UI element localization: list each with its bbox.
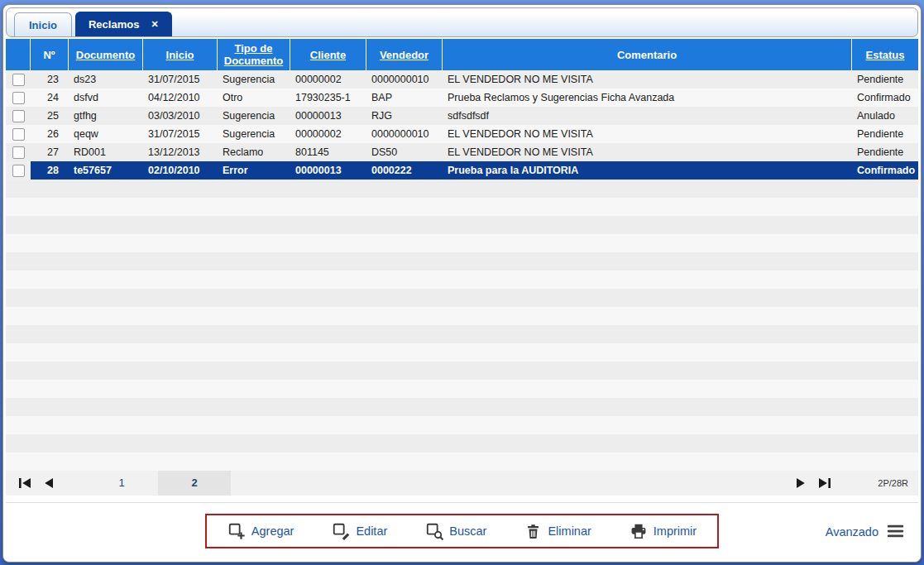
empty-row bbox=[6, 252, 918, 271]
search-button-label: Buscar bbox=[449, 524, 486, 538]
table-header: Nº Documento Inicio Tipo de Documento Cl… bbox=[6, 39, 918, 70]
cell-documento: ds23 bbox=[69, 70, 143, 89]
advanced-button[interactable]: Avanzado bbox=[826, 522, 905, 541]
column-header-checkbox bbox=[6, 39, 31, 70]
empty-row bbox=[6, 362, 918, 380]
advanced-button-label: Avanzado bbox=[826, 524, 879, 538]
cell-vendedor: 0000000010 bbox=[366, 70, 443, 89]
table-row[interactable]: 28te5765702/10/2010Error000000130000222P… bbox=[6, 161, 918, 180]
search-icon bbox=[425, 522, 443, 540]
empty-row bbox=[6, 307, 918, 325]
cell-inicio: 03/03/2010 bbox=[143, 107, 218, 125]
cell-inicio: 31/07/2015 bbox=[143, 70, 218, 89]
cell-cliente: 00000013 bbox=[290, 161, 366, 180]
row-checkbox[interactable] bbox=[12, 92, 25, 104]
table-row[interactable]: 24dsfvd04/12/2010Otro17930235-1BAPPrueba… bbox=[6, 89, 918, 107]
cell-documento: te57657 bbox=[69, 161, 143, 180]
edit-button-label: Editar bbox=[356, 524, 387, 538]
empty-row bbox=[6, 271, 918, 289]
row-checkbox[interactable] bbox=[12, 146, 25, 159]
next-page-icon bbox=[793, 476, 808, 491]
page-list: 1 2 bbox=[85, 471, 231, 496]
cell-vendedor: RJG bbox=[366, 107, 443, 125]
first-page-icon bbox=[17, 476, 32, 491]
printer-icon bbox=[630, 522, 648, 540]
cell-estatus: Confirmado bbox=[852, 161, 918, 180]
cell-comentario: Prueba para la AUDITORIA bbox=[443, 161, 852, 180]
cell-estatus: Confirmado bbox=[852, 89, 918, 107]
empty-row bbox=[6, 380, 918, 398]
cell-tipo-documento: Sugerencia bbox=[218, 125, 290, 143]
cell-documento: RD001 bbox=[69, 143, 143, 161]
column-header-tipo-documento[interactable]: Tipo de Documento bbox=[218, 39, 290, 70]
column-header-documento[interactable]: Documento bbox=[69, 39, 143, 70]
record-counter: 2P/28R bbox=[878, 478, 908, 488]
cell-vendedor: 0000222 bbox=[366, 161, 443, 180]
page-background: Inicio Reclamos ✕ Nº Documento Inicio Ti… bbox=[0, 0, 924, 565]
cell-cliente: 801145 bbox=[290, 143, 366, 161]
prev-page-icon bbox=[41, 476, 56, 491]
add-button[interactable]: Agregar bbox=[227, 522, 294, 540]
cell-documento: gtfhg bbox=[69, 107, 143, 125]
row-checkbox[interactable] bbox=[12, 165, 25, 177]
cell-cliente: 00000013 bbox=[290, 107, 366, 125]
row-checkbox-cell bbox=[6, 107, 31, 125]
cell-tipo-documento: Reclamo bbox=[218, 143, 290, 161]
column-header-estatus[interactable]: Estatus bbox=[852, 39, 918, 70]
empty-row bbox=[6, 416, 918, 434]
column-header-inicio[interactable]: Inicio bbox=[143, 39, 218, 70]
row-checkbox[interactable] bbox=[12, 74, 25, 86]
cell-comentario: Prueba Reclamos y Sugerencias Ficha Avan… bbox=[443, 89, 852, 107]
row-checkbox-cell bbox=[6, 161, 31, 180]
footer-toolbar: Agregar Editar Buscar bbox=[6, 502, 918, 559]
cell-numero: 26 bbox=[31, 125, 69, 143]
delete-button[interactable]: Eliminar bbox=[524, 523, 591, 540]
empty-row bbox=[6, 434, 918, 452]
empty-row bbox=[6, 180, 918, 198]
cell-inicio: 13/12/2013 bbox=[143, 143, 218, 161]
tab-inicio-label: Inicio bbox=[29, 19, 57, 31]
empty-row bbox=[6, 289, 918, 307]
cell-vendedor: DS50 bbox=[366, 143, 443, 161]
last-page-button[interactable] bbox=[816, 474, 834, 492]
search-button[interactable]: Buscar bbox=[425, 522, 486, 540]
next-page-button[interactable] bbox=[792, 474, 810, 492]
page-2-button[interactable]: 2 bbox=[158, 471, 231, 496]
empty-row bbox=[6, 398, 918, 416]
print-button-label: Imprimir bbox=[654, 524, 697, 538]
cell-inicio: 04/12/2010 bbox=[143, 89, 218, 107]
first-page-button[interactable] bbox=[16, 474, 34, 492]
empty-row bbox=[6, 325, 918, 343]
edit-button[interactable]: Editar bbox=[332, 522, 387, 540]
cell-inicio: 02/10/2010 bbox=[143, 161, 218, 180]
tab-reclamos-label: Reclamos bbox=[89, 18, 139, 31]
table-row[interactable]: 27RD00113/12/2013Reclamo801145DS50EL VEN… bbox=[6, 143, 918, 161]
cell-tipo-documento: Error bbox=[218, 161, 290, 180]
tab-inicio[interactable]: Inicio bbox=[14, 12, 72, 36]
prev-page-button[interactable] bbox=[40, 474, 58, 492]
trash-icon bbox=[524, 523, 542, 540]
app-window: Inicio Reclamos ✕ Nº Documento Inicio Ti… bbox=[2, 4, 922, 563]
cell-documento: dsfvd bbox=[69, 89, 143, 107]
row-checkbox[interactable] bbox=[12, 128, 25, 141]
cell-numero: 23 bbox=[31, 70, 69, 89]
add-icon bbox=[227, 522, 246, 540]
print-button[interactable]: Imprimir bbox=[630, 522, 697, 540]
close-tab-icon[interactable]: ✕ bbox=[151, 19, 158, 30]
row-checkbox[interactable] bbox=[12, 110, 25, 122]
last-page-icon bbox=[817, 476, 832, 491]
pagination-bar: 1 2 2P/28R bbox=[6, 471, 918, 496]
delete-button-label: Eliminar bbox=[548, 524, 591, 538]
table-row[interactable]: 23ds2331/07/2015Sugerencia00000002000000… bbox=[6, 70, 918, 89]
cell-vendedor: BAP bbox=[366, 89, 443, 107]
page-1-button[interactable]: 1 bbox=[85, 471, 158, 496]
table-row[interactable]: 25gtfhg03/03/2010Sugerencia00000013RJGsd… bbox=[6, 107, 918, 125]
table-body: 23ds2331/07/2015Sugerencia00000002000000… bbox=[6, 70, 918, 471]
tab-reclamos[interactable]: Reclamos ✕ bbox=[75, 12, 172, 36]
table-row[interactable]: 26qeqw31/07/2015Sugerencia00000002000000… bbox=[6, 125, 918, 143]
cell-numero: 27 bbox=[31, 143, 69, 161]
column-header-vendedor[interactable]: Vendedor bbox=[366, 39, 443, 70]
cell-cliente: 17930235-1 bbox=[290, 89, 366, 107]
column-header-cliente[interactable]: Cliente bbox=[290, 39, 366, 70]
row-checkbox-cell bbox=[6, 70, 31, 89]
